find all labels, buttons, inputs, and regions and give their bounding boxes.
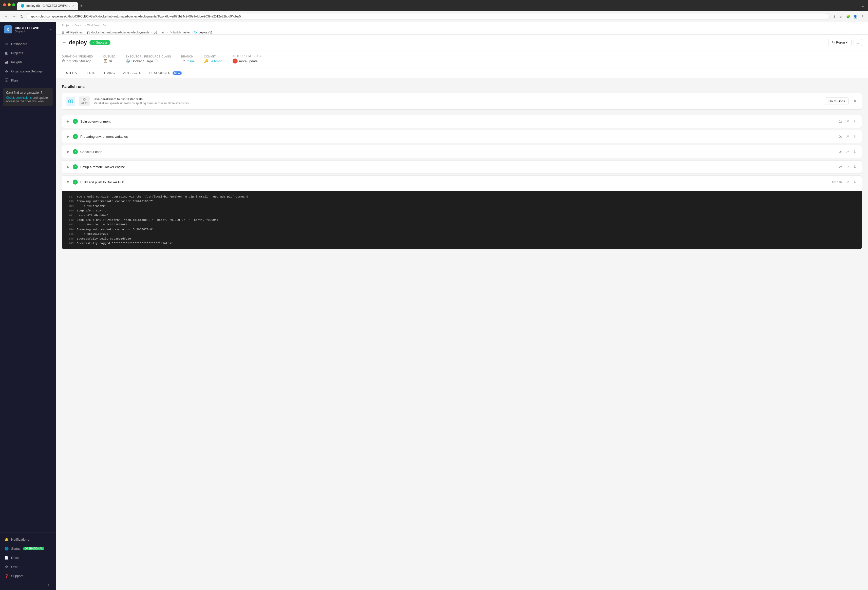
sidebar-item-plan[interactable]: Plan <box>0 76 56 85</box>
sidebar-item-label: Plan <box>11 78 18 82</box>
project-breadcrumb-icon: ◧ <box>87 31 90 34</box>
tab-resources[interactable]: RESOURCES NEW <box>145 68 186 78</box>
sidebar-item-orbs[interactable]: ⚙ Orbs <box>0 562 56 571</box>
step-external-link[interactable]: ↗ <box>845 134 850 139</box>
duration-label: Duration / Finished <box>62 55 93 58</box>
step-build-push-header[interactable]: ▶ ✓ Build and push to Docker Hub 1m 18s … <box>62 176 862 188</box>
url-bar[interactable]: app.circleci.com/pipelines/github/CIRCLE… <box>27 13 830 20</box>
window-minimize[interactable] <box>7 3 10 6</box>
tab-close-btn[interactable]: ✕ <box>72 4 74 7</box>
breadcrumb-project[interactable]: dockerhub-automated-circleci-deployments <box>91 31 149 34</box>
commit-value: 🔑 5e1c4bd <box>204 59 223 63</box>
sidebar-item-docs[interactable]: 📄 Docs <box>0 553 56 562</box>
step-download[interactable]: ⬇ <box>852 119 858 124</box>
org-selector[interactable]: C CIRCLECI-GWP Oluyemi <box>4 25 39 34</box>
terminal-line: 147 Successfully tagged *********/******… <box>66 241 858 246</box>
back-button[interactable]: ← <box>62 40 66 45</box>
projects-icon: ◧ <box>4 51 9 55</box>
executor-group: Executor / Resource Class 🐳 Docker / Lar… <box>125 55 171 63</box>
tab-tests[interactable]: TESTS <box>81 68 100 78</box>
breadcrumb-branch-label: Branch <box>74 24 83 27</box>
sidebar-item-status[interactable]: 🌐 Status OPERATIONAL <box>0 544 56 553</box>
step-external-link[interactable]: ↗ <box>845 119 850 124</box>
go-to-docs-button[interactable]: Go to Docs <box>825 97 849 105</box>
sidebar-item-notifications[interactable]: 🔔 Notifications <box>0 535 56 544</box>
sidebar-item-org-settings[interactable]: ⚙ Organization Settings <box>0 66 56 76</box>
forward-button[interactable]: → <box>11 14 17 19</box>
step-external-link[interactable]: ↗ <box>845 164 850 170</box>
svg-rect-1 <box>6 62 7 63</box>
terminal-line: 140 Step 5/6 : COPY . . <box>66 208 858 213</box>
close-promo-button[interactable]: ✕ <box>852 98 858 104</box>
step-actions: ↗ ⬇ <box>845 164 858 170</box>
orbs-icon: ⚙ <box>4 565 9 569</box>
svg-rect-2 <box>7 61 8 63</box>
executor-label: Executor / Resource Class <box>125 55 171 58</box>
parallel-promo-text: Use parallelism to run faster tests Para… <box>94 97 821 105</box>
support-icon: ❓ <box>4 574 9 578</box>
rerun-button[interactable]: ↻ Rerun ▾ <box>828 39 851 46</box>
sidebar-item-label: Support <box>11 574 23 578</box>
insights-icon <box>4 60 9 64</box>
step-expand-icon: ▶ <box>66 135 70 138</box>
step-download[interactable]: ⬇ <box>852 149 858 154</box>
org-avatar: C <box>4 25 12 34</box>
profile-icon[interactable]: 👤 <box>853 14 858 19</box>
tab-artifacts[interactable]: ARTIFACTS <box>119 68 145 78</box>
clock-icon: ⏱ <box>62 59 65 63</box>
refresh-button[interactable]: ↻ <box>19 14 25 19</box>
operational-badge: OPERATIONAL <box>23 547 44 550</box>
status-badge: ✓ Success <box>89 40 111 45</box>
active-tab[interactable]: deploy (5) - CIRCLECI-GWP/d... ✕ <box>17 2 78 10</box>
step-env-vars[interactable]: ▶ ✓ Preparing environment variables 0s ↗… <box>62 130 862 143</box>
terminal-line: 142 Step 6/6 : CMD ["uvicorn", "app.main… <box>66 218 858 222</box>
sidebar-collapse-button[interactable] <box>0 580 56 590</box>
window-maximize[interactable] <box>12 3 15 6</box>
plan-icon <box>4 78 9 82</box>
sidebar: C CIRCLECI-GWP Oluyemi ▾ ⊞ Dashboard ◧ P… <box>0 22 56 590</box>
dashboard-icon: ⊞ <box>4 42 9 46</box>
sidebar-item-insights[interactable]: Insights <box>0 57 56 66</box>
sidebar-item-projects[interactable]: ◧ Projects <box>0 49 56 57</box>
tab-steps[interactable]: STEPS <box>62 68 81 78</box>
step-download[interactable]: ⬇ <box>852 179 858 185</box>
branch-link[interactable]: main <box>187 59 194 63</box>
tab-timing[interactable]: TIMING <box>100 68 119 78</box>
step-download[interactable]: ⬇ <box>852 164 858 170</box>
sidebar-item-label: Dashboard <box>11 42 27 46</box>
sidebar-item-dashboard[interactable]: ⊞ Dashboard <box>0 39 56 49</box>
window-close[interactable] <box>3 3 6 6</box>
share-icon[interactable]: ⬆ <box>831 14 837 19</box>
check-permissions-link[interactable]: Check permissions <box>6 96 32 100</box>
sidebar-item-support[interactable]: ❓ Support <box>0 571 56 580</box>
breadcrumb-branch[interactable]: main <box>159 31 165 34</box>
step-download[interactable]: ⬇ <box>852 134 858 139</box>
step-external-link[interactable]: ↗ <box>845 179 850 185</box>
more-options-button[interactable]: ... <box>853 39 862 46</box>
breadcrumb-all-pipelines[interactable]: All Pipelines <box>66 31 83 34</box>
avatar <box>233 59 238 63</box>
rerun-chevron-icon: ▾ <box>846 41 848 44</box>
step-external-link[interactable]: ↗ <box>845 149 850 154</box>
extensions-icon[interactable]: 🧩 <box>846 14 851 19</box>
section-title: Parallel runs <box>62 84 862 88</box>
terminal-line: 137 You should consider upgrading via th… <box>66 194 858 199</box>
step-checkout[interactable]: ▶ ✓ Checkout code 0s ↗ ⬇ <box>62 145 862 158</box>
bookmark-icon[interactable]: ☆ <box>838 14 844 19</box>
step-spin-up[interactable]: ▶ ✓ Spin up environment 1s ↗ ⬇ <box>62 115 862 128</box>
back-button[interactable]: ← <box>3 14 9 19</box>
sidebar-item-label: Status <box>11 547 21 550</box>
parallel-counter: 0 01:22 <box>79 97 90 106</box>
breadcrumb-job[interactable]: deploy (5) <box>199 31 212 34</box>
org-settings-icon: ⚙ <box>4 69 9 73</box>
breadcrumb-workflow[interactable]: build-master <box>173 31 190 34</box>
queued-group: Queued ⏳ 0s <box>103 55 115 63</box>
branch-value: ⎇ main <box>181 59 194 63</box>
branch-icon: ⎇ <box>181 59 185 63</box>
step-collapse-icon: ▶ <box>66 180 70 184</box>
new-tab-button[interactable]: + <box>78 2 85 10</box>
commit-link[interactable]: 5e1c4bd <box>210 59 223 63</box>
menu-icon[interactable]: ⋮ <box>860 14 865 19</box>
window-expand[interactable]: ⌄ <box>861 3 865 9</box>
step-docker-engine[interactable]: ▶ ✓ Setup a remote Docker engine 2s ↗ ⬇ <box>62 160 862 174</box>
